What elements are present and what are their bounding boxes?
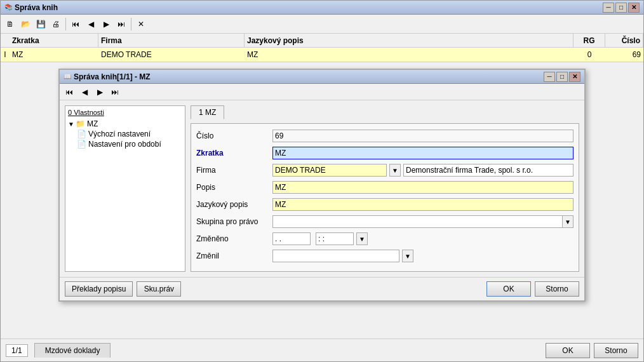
next-button[interactable]: ▶ bbox=[99, 17, 113, 31]
toolbar-separator2 bbox=[131, 18, 131, 30]
firma-dropdown-button[interactable]: ▼ bbox=[389, 164, 401, 177]
popis-row: Popis bbox=[196, 180, 574, 194]
right-panel: 1 MZ Číslo Zkratka bbox=[191, 105, 579, 272]
page-indicator: 1/1 bbox=[6, 344, 28, 357]
inner-close-button[interactable]: ✕ bbox=[569, 72, 580, 82]
outer-toolbar: 🗎 📂 💾 🖨 ⏮ ◀ ▶ ⏭ ✕ bbox=[1, 15, 643, 34]
skupina-field: ▼ bbox=[272, 215, 574, 228]
expand-icon[interactable]: ▼ bbox=[68, 121, 74, 128]
tree-mz-label: MZ bbox=[87, 119, 98, 128]
inner-prev-button[interactable]: ◀ bbox=[77, 85, 91, 99]
save-button[interactable]: 💾 bbox=[34, 17, 48, 31]
table-row[interactable]: I MZ DEMO TRADE MZ 0 69 bbox=[1, 48, 643, 62]
inner-minimize-button[interactable]: ─ bbox=[544, 72, 555, 82]
inner-dialog: 📖 Správa knih[1/1] - MZ ─ □ ✕ ⏮ ◀ ▶ ⏭ bbox=[58, 69, 586, 302]
new-button[interactable]: 🗎 bbox=[3, 17, 17, 31]
tree-nastaveni-label: Nastavení pro období bbox=[88, 140, 161, 149]
form-content: Číslo Zkratka bbox=[191, 123, 579, 272]
skuprav-button[interactable]: Sku.práv bbox=[137, 281, 181, 297]
outer-window: 📚 Správa knih ─ □ ✕ 🗎 📂 💾 🖨 ⏮ ◀ ▶ ⏭ ✕ Zk… bbox=[0, 0, 644, 362]
cell-jazpopis: MZ bbox=[245, 48, 574, 62]
tree-item-nastaveni[interactable]: 📄 Nastavení pro období bbox=[68, 139, 182, 149]
grid-header: Zkratka Firma Jazykový popis RG Číslo bbox=[1, 34, 643, 48]
window-icon: 📚 bbox=[4, 4, 12, 11]
skupina-dropdown-button[interactable]: ▼ bbox=[562, 215, 574, 228]
firma-desc-input bbox=[403, 164, 574, 177]
firma-input[interactable] bbox=[272, 164, 387, 177]
jazpopis-field bbox=[272, 198, 574, 211]
dialog-footer: Překlady popisu Sku.práv OK Storno bbox=[60, 277, 584, 300]
firma-label: Firma bbox=[196, 166, 272, 175]
outer-window-controls: ─ □ ✕ bbox=[603, 3, 640, 13]
prev-button[interactable]: ◀ bbox=[84, 17, 98, 31]
cell-rg: 0 bbox=[574, 48, 605, 62]
inner-ok-button[interactable]: OK bbox=[486, 281, 531, 297]
cislo-row: Číslo bbox=[196, 129, 574, 143]
tabs-bar: 1 MZ bbox=[191, 105, 579, 119]
col-zkratka: Zkratka bbox=[10, 34, 98, 47]
inner-maximize-button[interactable]: □ bbox=[556, 72, 568, 82]
popis-input[interactable] bbox=[272, 181, 574, 194]
skupina-input[interactable] bbox=[272, 215, 562, 228]
outer-titlebar: 📚 Správa knih ─ □ ✕ bbox=[1, 1, 643, 15]
tab-mz[interactable]: 1 MZ bbox=[191, 105, 224, 119]
zmeneno-date-input[interactable] bbox=[272, 232, 311, 245]
jazpopis-label: Jazykový popis bbox=[196, 200, 272, 209]
row-indicator: I bbox=[1, 50, 10, 59]
zmeneno-time-input[interactable] bbox=[316, 232, 354, 245]
bottom-tab-mzdove[interactable]: Mzdové doklady bbox=[34, 343, 111, 358]
outer-window-title: Správa knih bbox=[15, 3, 603, 12]
toolbar-separator bbox=[65, 18, 66, 30]
popis-field bbox=[272, 181, 574, 194]
bottom-bar: 1/1 Mzdové doklady OK Storno bbox=[1, 339, 643, 361]
outer-maximize-button[interactable]: □ bbox=[615, 3, 627, 13]
skupina-label: Skupina pro právo bbox=[196, 217, 272, 226]
zkratka-input[interactable] bbox=[272, 147, 574, 159]
footer-right-buttons: OK Storno bbox=[486, 281, 579, 297]
last-button[interactable]: ⏭ bbox=[114, 17, 128, 31]
doc2-icon: 📄 bbox=[77, 140, 86, 149]
first-button[interactable]: ⏮ bbox=[69, 17, 83, 31]
ok-button[interactable]: OK bbox=[546, 343, 590, 358]
folder-icon: 📁 bbox=[76, 119, 85, 128]
zmenil-combo-row: ▼ bbox=[272, 250, 574, 262]
grid-area: Zkratka Firma Jazykový popis RG Číslo I … bbox=[1, 34, 643, 62]
outer-close-button[interactable]: ✕ bbox=[628, 3, 640, 13]
zmenil-dropdown-button[interactable]: ▼ bbox=[402, 250, 413, 262]
inner-titlebar: 📖 Správa knih[1/1] - MZ ─ □ ✕ bbox=[60, 70, 584, 84]
zmenil-row: Změnil ▼ bbox=[196, 249, 574, 263]
inner-first-button[interactable]: ⏮ bbox=[62, 85, 76, 99]
bottom-left: 1/1 Mzdové doklady bbox=[6, 343, 111, 358]
zmeneno-combo-row: ▼ bbox=[272, 232, 574, 245]
print-button[interactable]: 🖨 bbox=[49, 17, 63, 31]
delete-button[interactable]: ✕ bbox=[134, 17, 148, 31]
tree-properties-label[interactable]: 0 Vlastnosti bbox=[68, 109, 182, 116]
tree-item-mz[interactable]: ▼ 📁 MZ bbox=[68, 119, 182, 129]
dialog-body: 0 Vlastnosti ▼ 📁 MZ 📄 Výchozí nastavení … bbox=[60, 100, 584, 277]
outer-minimize-button[interactable]: ─ bbox=[603, 3, 614, 13]
inner-window-controls: ─ □ ✕ bbox=[544, 72, 580, 82]
col-firma: Firma bbox=[98, 34, 245, 47]
preklady-button[interactable]: Překlady popisu bbox=[65, 281, 133, 297]
inner-last-button[interactable]: ⏭ bbox=[108, 85, 122, 99]
tree-vychozi-label: Výchozí nastavení bbox=[88, 130, 151, 138]
zkratka-label: Zkratka bbox=[196, 149, 272, 158]
tree-panel: 0 Vlastnosti ▼ 📁 MZ 📄 Výchozí nastavení … bbox=[65, 105, 185, 272]
inner-window-title: Správa knih[1/1] - MZ bbox=[74, 72, 544, 81]
cislo-input[interactable] bbox=[272, 130, 574, 142]
cislo-label: Číslo bbox=[196, 131, 272, 140]
zmenil-input[interactable] bbox=[272, 250, 399, 262]
open-button[interactable]: 📂 bbox=[18, 17, 32, 31]
tree-item-vychozi[interactable]: 📄 Výchozí nastavení bbox=[68, 129, 182, 139]
inner-next-button[interactable]: ▶ bbox=[93, 85, 107, 99]
zmeneno-dropdown-button[interactable]: ▼ bbox=[356, 232, 368, 245]
skupina-row: Skupina pro právo ▼ bbox=[196, 215, 574, 229]
firma-field: ▼ bbox=[272, 164, 574, 177]
zkratka-row: Zkratka bbox=[196, 146, 574, 160]
storno-button[interactable]: Storno bbox=[594, 343, 638, 358]
jazpopis-input[interactable] bbox=[272, 198, 574, 211]
zmenil-label: Změnil bbox=[196, 251, 272, 260]
inner-storno-button[interactable]: Storno bbox=[535, 281, 579, 297]
cell-firma: DEMO TRADE bbox=[98, 48, 245, 62]
zmenil-field: ▼ bbox=[272, 250, 574, 262]
